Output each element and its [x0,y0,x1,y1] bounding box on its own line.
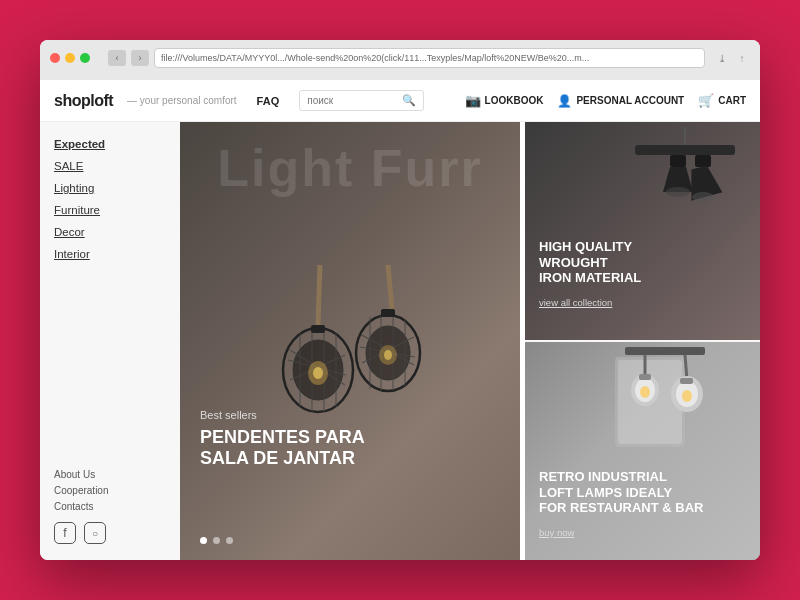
social-icons: f ○ [54,522,166,544]
sidebar-item-sale[interactable]: SALE [54,160,166,172]
sidebar-nav: Expected SALE Lighting Furniture Decor I… [54,138,166,449]
dot-2[interactable] [213,537,220,544]
svg-rect-46 [680,378,693,384]
svg-point-24 [384,350,392,360]
svg-rect-12 [311,325,325,333]
browser-window: ‹ › file:///Volumes/DATA/MYYY0l.../Whole… [40,40,760,560]
lookbook-label: LOOKBOOK [485,95,544,106]
svg-rect-30 [695,155,711,167]
hero-title-line1: PENDENTES PARA [200,427,365,449]
cooperation-link[interactable]: Cooperation [54,485,166,496]
personal-account-button[interactable]: 👤 PERSONAL ACCOUNT [557,94,684,108]
panel-bottom-heading: RETRO INDUSTRIAL LOFT LAMPS IDEALY FOR R… [539,469,746,516]
cart-icon: 🛒 [698,93,714,108]
close-button[interactable] [50,53,60,63]
back-button[interactable]: ‹ [108,50,126,66]
account-icon: 👤 [557,94,572,108]
search-bar[interactable]: 🔍 [299,90,424,111]
hero-banner: Light Furr [180,122,520,560]
panel-top-text: HIGH QUALITY WROUGHT IRON MATERIAL view … [539,239,746,310]
search-input[interactable] [307,95,402,106]
svg-rect-26 [635,145,735,155]
sidebar-item-lighting[interactable]: Lighting [54,182,166,194]
svg-line-0 [318,265,320,325]
svg-rect-41 [639,374,651,380]
lookbook-icon: 📷 [465,93,481,108]
sidebar: Expected SALE Lighting Furniture Decor I… [40,122,180,560]
svg-point-29 [666,187,690,197]
minimize-button[interactable] [65,53,75,63]
address-text: file:///Volumes/DATA/MYYY0l.../Whole-sen… [161,53,589,63]
panel-top: HIGH QUALITY WROUGHT IRON MATERIAL view … [525,122,760,340]
dot-3[interactable] [226,537,233,544]
svg-rect-27 [670,155,686,167]
best-sellers-label: Best sellers [200,409,365,421]
right-panels: HIGH QUALITY WROUGHT IRON MATERIAL view … [525,122,760,560]
bookmark-icon[interactable]: ⤓ [714,50,730,66]
tagline: — your personal comfort [127,95,237,106]
svg-line-13 [388,265,392,310]
browser-chrome: ‹ › file:///Volumes/DATA/MYYY0l.../Whole… [40,40,760,74]
hero-dots [200,537,233,544]
site-header: shoploft — your personal comfort FAQ 🔍 📷… [40,80,760,122]
svg-point-11 [313,367,323,379]
buy-now-link[interactable]: buy now [539,527,574,538]
site-content: shoploft — your personal comfort FAQ 🔍 📷… [40,80,760,560]
svg-point-40 [640,386,650,398]
header-right: 📷 LOOKBOOK 👤 PERSONAL ACCOUNT 🛒 CART [465,93,746,108]
panel-bottom: RETRO INDUSTRIAL LOFT LAMPS IDEALY FOR R… [525,340,760,560]
facebook-icon[interactable]: f [54,522,76,544]
hero-title-line2: SALA DE JANTAR [200,448,365,470]
faq-link[interactable]: FAQ [257,95,280,107]
contacts-link[interactable]: Contacts [54,501,166,512]
cart-button[interactable]: 🛒 CART [698,93,746,108]
address-bar[interactable]: file:///Volumes/DATA/MYYY0l.../Whole-sen… [154,48,705,68]
hero-overlay-text: Light Furr [180,142,520,194]
svg-point-32 [692,192,714,202]
svg-point-45 [682,390,692,402]
main-layout: Expected SALE Lighting Furniture Decor I… [40,122,760,560]
sidebar-item-expected[interactable]: Expected [54,138,166,150]
hero-title: PENDENTES PARA SALA DE JANTAR [200,427,365,470]
panel-top-heading: HIGH QUALITY WROUGHT IRON MATERIAL [539,239,746,286]
search-icon[interactable]: 🔍 [402,94,416,107]
panel-bottom-text: RETRO INDUSTRIAL LOFT LAMPS IDEALY FOR R… [539,469,746,540]
svg-rect-36 [625,347,705,355]
site-logo[interactable]: shoploft [54,92,113,110]
view-collection-link[interactable]: view all collection [539,297,612,308]
lookbook-button[interactable]: 📷 LOOKBOOK [465,93,544,108]
svg-rect-25 [381,309,395,317]
sidebar-item-decor[interactable]: Decor [54,226,166,238]
share-icon[interactable]: ↑ [734,50,750,66]
dot-1[interactable] [200,537,207,544]
hero-text: Best sellers PENDENTES PARA SALA DE JANT… [200,409,365,470]
personal-account-label: PERSONAL ACCOUNT [576,95,684,106]
cart-label: CART [718,95,746,106]
about-us-link[interactable]: About Us [54,469,166,480]
sidebar-footer: About Us Cooperation Contacts f ○ [54,449,166,544]
instagram-icon[interactable]: ○ [84,522,106,544]
content-area: Light Furr [180,122,760,560]
sidebar-item-interior[interactable]: Interior [54,248,166,260]
maximize-button[interactable] [80,53,90,63]
sidebar-item-furniture[interactable]: Furniture [54,204,166,216]
forward-button[interactable]: › [131,50,149,66]
